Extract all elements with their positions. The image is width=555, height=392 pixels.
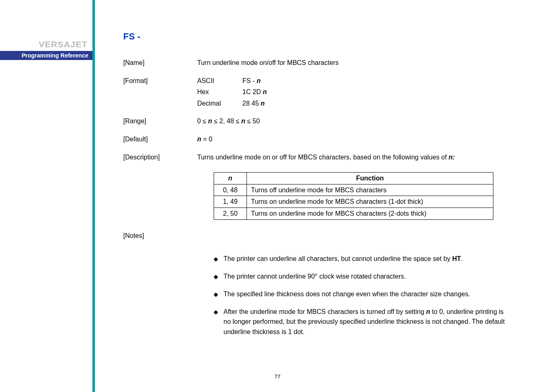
fmt-dec-val: 28 45 n: [242, 98, 526, 109]
cell-n-2: 2, 50: [214, 208, 247, 219]
notes-list: ◆ The printer can underline all characte…: [214, 254, 526, 337]
default-label: [Default]: [123, 134, 197, 145]
name-label: [Name]: [123, 58, 197, 68]
sidebar: VERSAJET Programming Reference: [0, 0, 92, 392]
fmt-ascii-val: FS - n: [242, 76, 526, 86]
cell-f-2: Turns on underline mode for MBCS charact…: [247, 208, 493, 219]
default-value: n = 0: [197, 134, 526, 145]
range-value: 0 ≤ n ≤ 2, 48 ≤ n ≤ 50: [197, 116, 526, 127]
description-value: Turns underline mode on or off for MBCS …: [197, 152, 526, 163]
table-row: 0, 48 Turns off underline mode for MBCS …: [214, 184, 493, 196]
cell-f-1: Turns on underline mode for MBCS charact…: [247, 196, 493, 208]
function-table: n Function 0, 48 Turns off underline mod…: [214, 172, 493, 219]
note-text-3: After the underline mode for MBCS charac…: [223, 307, 526, 337]
note-item: ◆ The printer can underline all characte…: [214, 254, 526, 264]
sidebar-top-white: [0, 0, 92, 31]
bullet-icon: ◆: [214, 289, 223, 300]
main-content: FS - [Name] Turn underline mode on/off f…: [123, 31, 526, 352]
th-function: Function: [247, 173, 493, 184]
bullet-icon: ◆: [214, 307, 223, 337]
format-label: [Format]: [123, 76, 197, 109]
note-item: ◆ After the underline mode for MBCS char…: [214, 307, 526, 337]
range-label: [Range]: [123, 116, 197, 127]
description-label: [Description]: [123, 152, 197, 163]
note-text-1: The printer cannot underline 90° clock w…: [223, 272, 526, 282]
table-row: 2, 50 Turns on underline mode for MBCS c…: [214, 208, 493, 219]
name-value: Turn underline mode on/off for MBCS char…: [197, 58, 526, 68]
bullet-icon: ◆: [214, 272, 223, 282]
page-number: 77: [0, 374, 555, 380]
vertical-divider: [92, 0, 95, 392]
format-grid: ASCII FS - n Hex 1C 2D n Decimal 28 45 n: [197, 76, 526, 109]
fmt-enc-1: Hex: [197, 87, 242, 97]
table-row: 1, 49 Turns on underline mode for MBCS c…: [214, 196, 493, 208]
fmt-enc-2: Decimal: [197, 98, 242, 109]
th-n: n: [214, 173, 247, 184]
brand-label: VERSAJET: [39, 39, 88, 49]
reference-bar: Programming Reference: [0, 51, 92, 60]
cell-n-0: 0, 48: [214, 184, 247, 196]
cell-f-0: Turns off underline mode for MBCS charac…: [247, 184, 493, 196]
fmt-enc-0: ASCII: [197, 76, 242, 86]
note-text-0: The printer can underline all characters…: [223, 254, 526, 264]
note-item: ◆ The printer cannot underline 90° clock…: [214, 272, 526, 282]
cell-n-1: 1, 49: [214, 196, 247, 208]
fmt-hex-val: 1C 2D n: [242, 87, 526, 97]
bullet-icon: ◆: [214, 254, 223, 264]
command-title: FS -: [123, 31, 526, 42]
notes-label: [Notes]: [123, 231, 197, 241]
note-item: ◆ The specified line thickness does not …: [214, 289, 526, 300]
note-text-2: The specified line thickness does not ch…: [223, 289, 526, 300]
